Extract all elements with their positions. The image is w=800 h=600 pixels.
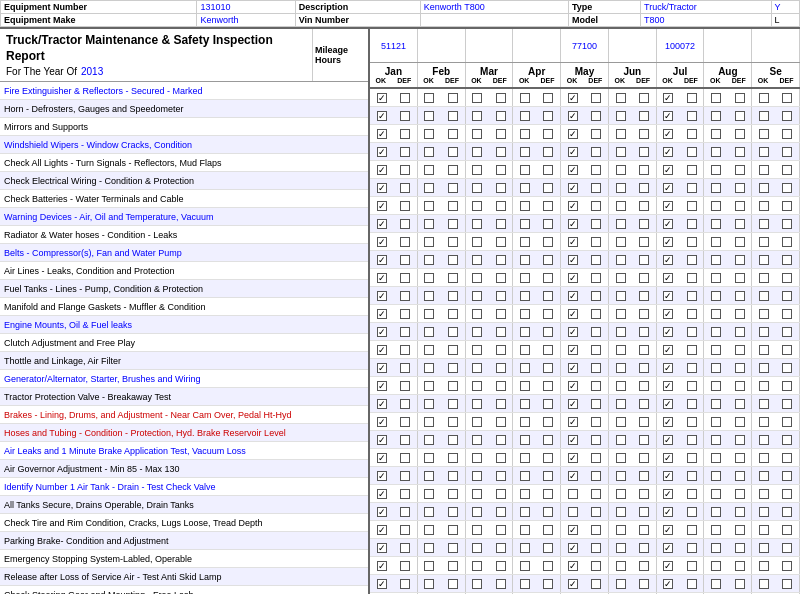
ok-checkbox[interactable]: ✓ — [568, 525, 578, 535]
ok-checkbox[interactable] — [472, 273, 482, 283]
ok-checkbox[interactable]: ✓ — [663, 327, 673, 337]
ok-checkbox[interactable] — [472, 219, 482, 229]
ok-checkbox[interactable] — [424, 183, 434, 193]
ok-checkbox[interactable]: ✓ — [663, 507, 673, 517]
ok-checkbox[interactable] — [472, 525, 482, 535]
def-checkbox[interactable] — [543, 111, 553, 121]
def-checkbox[interactable] — [735, 525, 745, 535]
ok-checkbox[interactable]: ✓ — [377, 345, 387, 355]
def-checkbox[interactable] — [735, 489, 745, 499]
def-checkbox[interactable] — [639, 201, 649, 211]
ok-checkbox[interactable]: ✓ — [377, 111, 387, 121]
def-checkbox[interactable] — [400, 525, 410, 535]
def-checkbox[interactable] — [448, 381, 458, 391]
ok-checkbox[interactable] — [616, 363, 626, 373]
ok-checkbox[interactable]: ✓ — [663, 183, 673, 193]
ok-checkbox[interactable] — [711, 165, 721, 175]
def-checkbox[interactable] — [782, 435, 792, 445]
def-checkbox[interactable] — [639, 255, 649, 265]
def-checkbox[interactable] — [448, 453, 458, 463]
def-checkbox[interactable] — [687, 489, 697, 499]
def-checkbox[interactable] — [448, 273, 458, 283]
def-checkbox[interactable] — [639, 111, 649, 121]
ok-checkbox[interactable] — [520, 453, 530, 463]
ok-checkbox[interactable] — [616, 111, 626, 121]
def-checkbox[interactable] — [639, 363, 649, 373]
ok-checkbox[interactable]: ✓ — [377, 129, 387, 139]
ok-checkbox[interactable] — [711, 309, 721, 319]
ok-checkbox[interactable]: ✓ — [663, 237, 673, 247]
def-checkbox[interactable] — [687, 165, 697, 175]
ok-checkbox[interactable]: ✓ — [377, 201, 387, 211]
def-checkbox[interactable] — [782, 273, 792, 283]
def-checkbox[interactable] — [496, 201, 506, 211]
ok-checkbox[interactable] — [711, 201, 721, 211]
def-checkbox[interactable] — [400, 561, 410, 571]
def-checkbox[interactable] — [400, 327, 410, 337]
ok-checkbox[interactable] — [424, 309, 434, 319]
def-checkbox[interactable] — [448, 93, 458, 103]
def-checkbox[interactable] — [448, 147, 458, 157]
ok-checkbox[interactable]: ✓ — [663, 363, 673, 373]
def-checkbox[interactable] — [639, 327, 649, 337]
def-checkbox[interactable] — [687, 525, 697, 535]
def-checkbox[interactable] — [687, 345, 697, 355]
ok-checkbox[interactable]: ✓ — [568, 327, 578, 337]
ok-checkbox[interactable] — [616, 417, 626, 427]
def-checkbox[interactable] — [400, 471, 410, 481]
def-checkbox[interactable] — [400, 237, 410, 247]
def-checkbox[interactable] — [639, 399, 649, 409]
ok-checkbox[interactable] — [472, 363, 482, 373]
def-checkbox[interactable] — [687, 129, 697, 139]
def-checkbox[interactable] — [448, 579, 458, 589]
def-checkbox[interactable] — [400, 435, 410, 445]
ok-checkbox[interactable] — [472, 435, 482, 445]
def-checkbox[interactable] — [782, 201, 792, 211]
def-checkbox[interactable] — [591, 111, 601, 121]
def-checkbox[interactable] — [735, 345, 745, 355]
def-checkbox[interactable] — [448, 345, 458, 355]
ok-checkbox[interactable] — [424, 291, 434, 301]
def-checkbox[interactable] — [687, 471, 697, 481]
ok-checkbox[interactable] — [520, 111, 530, 121]
ok-checkbox[interactable]: ✓ — [377, 363, 387, 373]
def-checkbox[interactable] — [639, 417, 649, 427]
def-checkbox[interactable] — [639, 543, 649, 553]
ok-checkbox[interactable] — [424, 525, 434, 535]
ok-checkbox[interactable] — [616, 561, 626, 571]
def-checkbox[interactable] — [400, 543, 410, 553]
ok-checkbox[interactable]: ✓ — [568, 579, 578, 589]
ok-checkbox[interactable] — [711, 237, 721, 247]
ok-checkbox[interactable] — [759, 147, 769, 157]
ok-checkbox[interactable] — [520, 327, 530, 337]
def-checkbox[interactable] — [782, 93, 792, 103]
def-checkbox[interactable] — [735, 543, 745, 553]
def-checkbox[interactable] — [735, 453, 745, 463]
def-checkbox[interactable] — [400, 417, 410, 427]
ok-checkbox[interactable]: ✓ — [663, 165, 673, 175]
def-checkbox[interactable] — [496, 507, 506, 517]
def-checkbox[interactable] — [639, 237, 649, 247]
def-checkbox[interactable] — [687, 399, 697, 409]
ok-checkbox[interactable] — [759, 435, 769, 445]
def-checkbox[interactable] — [782, 345, 792, 355]
def-checkbox[interactable] — [639, 381, 649, 391]
def-checkbox[interactable] — [639, 165, 649, 175]
def-checkbox[interactable] — [591, 381, 601, 391]
def-checkbox[interactable] — [639, 129, 649, 139]
def-checkbox[interactable] — [543, 255, 553, 265]
def-checkbox[interactable] — [687, 291, 697, 301]
ok-checkbox[interactable] — [616, 183, 626, 193]
def-checkbox[interactable] — [735, 201, 745, 211]
ok-checkbox[interactable] — [520, 507, 530, 517]
def-checkbox[interactable] — [639, 273, 649, 283]
ok-checkbox[interactable] — [711, 147, 721, 157]
ok-checkbox[interactable]: ✓ — [663, 345, 673, 355]
def-checkbox[interactable] — [400, 111, 410, 121]
ok-checkbox[interactable]: ✓ — [377, 273, 387, 283]
def-checkbox[interactable] — [543, 183, 553, 193]
def-checkbox[interactable] — [591, 255, 601, 265]
ok-checkbox[interactable] — [711, 453, 721, 463]
ok-checkbox[interactable]: ✓ — [377, 453, 387, 463]
ok-checkbox[interactable]: ✓ — [568, 201, 578, 211]
